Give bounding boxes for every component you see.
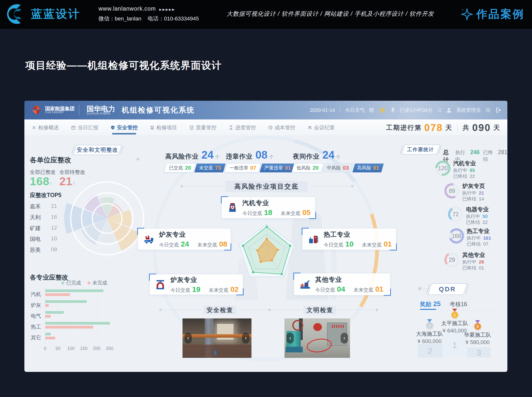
org-group-en: CHN ENERGY [45,111,75,114]
bar-category-label: 炉灰 [31,302,44,309]
tab-safety-control[interactable]: 安全管控 [111,119,138,136]
card-title: 炉灰专业 [159,230,227,239]
donut-running-row: 执行中85 [453,167,476,173]
briefing-card-boiler[interactable]: 热工专业 今日交底10 未来交底01 [302,228,396,250]
gear-icon[interactable] [485,107,491,113]
donut-total: 89 [444,183,460,198]
x-tick-label: 150 [79,346,89,351]
stat-title: 违章作业08个 [226,149,296,161]
card-title: 其他专业 [315,275,383,284]
today-value: 04 [337,285,345,293]
carousel-prev-button[interactable]: ‹ [184,333,192,344]
tab-progress[interactable]: 进度管控 [229,119,256,136]
donut-text-block: 电器专业执行中50已终结22 [466,206,489,225]
running-value: 28 [479,259,484,265]
dashboard-header: 国家能源集团 CHN ENERGY 国华电力 GUOHUA POWER 机组检修… [24,101,507,119]
top5-value: 10 [51,235,57,242]
connector-line [421,289,430,289]
page-title: 项目经验——机组检修可视化系统界面设计 [25,59,222,72]
podium-team-2: 2 大海施工队 ¥ 600,000 [416,319,443,345]
website-line[interactable]: www.lanlanwork.com▶▶▶▶▶ [99,5,205,12]
connector-line [184,186,223,186]
wechat-label: 微信：ben_lanlan [99,16,141,22]
donut-title: 热工专业 [467,228,491,235]
future-value: 08 [219,240,227,248]
briefing-card-plant[interactable]: 其他专业 今日交底04 未来交底01 [294,273,390,295]
separator: | [339,108,341,113]
segment-value: 20 [185,165,191,171]
ticket-donut: 29 [444,252,460,267]
donut-title: 炉灰专页 [462,182,485,190]
site-header: 蓝蓝设计 www.lanlanwork.com▶▶▶▶▶ 微信：ben_lanl… [0,0,532,29]
connector-line [162,310,202,310]
connector-line [338,310,375,310]
stat-value: 24 [201,149,214,161]
podium-block-2: 2 [418,344,442,358]
bar-已完成 [45,311,64,314]
donut-closed-row: 已终结01 [462,265,485,271]
closed-value: 22 [482,219,488,225]
briefing-card-mixer[interactable]: 炉灰专业 今日交底24 未来交底08 [138,228,231,250]
tab-meeting[interactable]: 会议纪要 [308,119,335,136]
bar-未完成 [45,337,55,339]
legend-label: 未完成 [92,280,107,286]
closed-label: 已终结 [462,196,476,202]
site-logo[interactable]: 蓝蓝设计 [5,3,80,25]
top5-name: 国电 [30,235,41,243]
bronze-medal-icon: 3 [474,320,482,330]
donut-total: 120 [435,161,450,176]
top5-name: 天利 [30,214,41,221]
total-running-value: 246 [470,149,480,156]
tab-daily-report[interactable]: 当日汇报 [71,119,98,136]
page: 蓝蓝设计 www.lanlanwork.com▶▶▶▶▶ 微信：ben_lanl… [0,0,532,397]
tab-projects[interactable]: 检修项目 [150,119,177,136]
segment-value: 07 [250,165,256,171]
tab-cost[interactable]: 成本管控 [268,119,295,136]
divider [457,124,458,131]
stat-group: 夜间作业24个低风险20中风险03高风险01 [293,149,383,172]
segment-label: 严重违章 [264,165,283,171]
header-divider [79,105,79,115]
total-closed-value: 281 [498,149,507,156]
qdr-tab-assess[interactable]: 考核16 [449,300,467,308]
ticket-donut: 120 [435,161,450,176]
ribbon-segment: 中风险03 [322,164,354,172]
carousel-next-button[interactable]: › [242,333,249,344]
briefing-card-turbine[interactable]: 汽机专业 今日交底18 未来交底05 [221,197,316,218]
grid-line [71,285,71,344]
team-name: 华夏施工队 [464,331,491,339]
x-tick-label: 100 [66,346,76,351]
qdr-tabs: 奖励25 考核16 [420,300,467,308]
donut-running-row: 执行中28 [462,259,485,265]
x-tick-label: 200 [92,346,102,351]
ribbon-segment: 已交底20 [164,164,196,172]
photo-scaffold [183,345,251,358]
connector-dot [268,309,271,311]
ribbon-segment: 一般违章07 [225,164,261,172]
bar-category-label: 其它 [31,334,44,341]
mixer-truck-icon [143,234,155,244]
plus-decor: + [136,155,140,163]
connector-dot [418,287,421,290]
briefing-card-valve[interactable]: 炉灰专业 今日交底19 未来交底02 [150,274,243,295]
portfolio-link[interactable]: 作品案例 [461,7,525,21]
top5-name: 矿建 [30,225,41,232]
tab-quality[interactable]: 质量管控 [189,119,216,136]
connector-dot [159,309,162,311]
stat-label: 夜间作业 [293,152,319,161]
x-tick-label: 250 [105,346,115,351]
stat-label: 高风险作业 [165,152,199,161]
mic-icon[interactable] [390,107,395,113]
team-name: 大海施工队 [416,330,443,338]
list-icon[interactable] [437,108,442,112]
logout-icon[interactable] [496,107,501,113]
carousel-next-button[interactable]: › [341,333,348,344]
carousel-prev-button[interactable]: ‹ [286,333,294,344]
date-label: 2020-01-14 [310,107,335,113]
top5-value: 16 [51,214,57,220]
tab-overview[interactable]: 检修概述 [32,119,59,136]
user-name[interactable]: 系统管理员 [456,107,481,114]
donut-text-block: 炉灰专页执行中21已终结14 [462,182,485,202]
qdr-tab-reward[interactable]: 奖励25 [420,300,441,308]
valve-icon [155,279,166,290]
